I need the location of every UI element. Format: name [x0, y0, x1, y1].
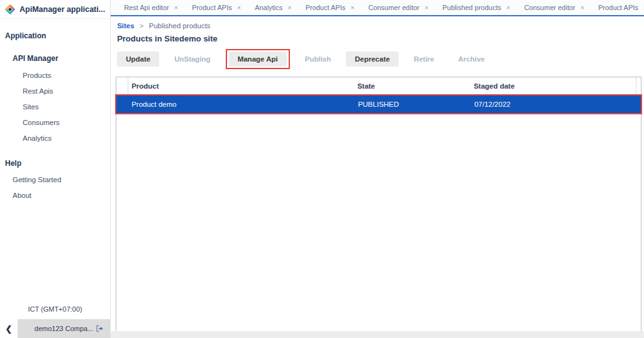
- column-header-state[interactable]: State: [357, 77, 474, 95]
- table-row-product-demo[interactable]: Product demo PUBLISHED 07/12/2022: [116, 95, 641, 113]
- sidebar-item-products[interactable]: Products: [0, 68, 110, 84]
- close-icon[interactable]: ×: [287, 4, 291, 11]
- selector-column-header: [116, 77, 128, 95]
- content-area: Sites > Published products Products in S…: [111, 16, 644, 337]
- breadcrumb-link-sites[interactable]: Sites: [117, 22, 135, 30]
- close-icon[interactable]: ×: [350, 4, 354, 11]
- retire-button[interactable]: Retire: [405, 52, 443, 67]
- sidebar-nav: Application API Manager Products Rest Ap…: [0, 19, 110, 305]
- app-header: ApiManager applicati...: [0, 0, 110, 19]
- logout-icon[interactable]: [95, 324, 104, 335]
- scrollbar-filler: [636, 77, 641, 95]
- publish-button[interactable]: Publish: [296, 52, 340, 67]
- archive-button[interactable]: Archive: [450, 52, 494, 67]
- sidebar: ApiManager applicati... Application API …: [0, 0, 111, 338]
- close-icon[interactable]: ×: [237, 4, 241, 11]
- page-title: Products in Sitedemo site: [117, 34, 644, 43]
- sidebar-item-about[interactable]: About: [0, 187, 110, 203]
- manage-api-button[interactable]: Manage Api: [229, 52, 287, 67]
- breadcrumb: Sites > Published products: [111, 16, 644, 30]
- sidebar-item-api-manager[interactable]: API Manager: [0, 49, 110, 68]
- sidebar-footer: ❮ demo123 Compa...: [0, 319, 110, 338]
- app-title: ApiManager applicati...: [19, 5, 105, 14]
- deprecate-button[interactable]: Deprecate: [346, 52, 399, 67]
- update-button[interactable]: Update: [117, 52, 159, 67]
- products-table: Product State Staged date Product demo P…: [116, 77, 641, 337]
- bottom-strip: [111, 331, 644, 338]
- tab-analytics[interactable]: Analytics ×: [248, 0, 298, 15]
- cell-product: Product demo: [128, 101, 358, 108]
- breadcrumb-current: Published products: [149, 22, 211, 30]
- tab-rest-api-editor[interactable]: Rest Api editor ×: [117, 0, 185, 15]
- unstaging-button[interactable]: UnStaging: [165, 52, 219, 67]
- table-header-row: Product State Staged date: [116, 77, 641, 95]
- cell-staged-date: 07/12/2022: [474, 101, 641, 108]
- tab-product-apis-1[interactable]: Product APIs ×: [185, 0, 248, 15]
- toolbar: Update UnStaging Manage Api Publish Depr…: [117, 50, 644, 68]
- nav-section-application: Application: [0, 28, 110, 44]
- close-icon[interactable]: ×: [174, 4, 178, 11]
- sidebar-collapse-button[interactable]: ❮: [0, 319, 18, 338]
- tab-product-apis-2[interactable]: Product APIs ×: [299, 0, 362, 15]
- app-logo-icon: [5, 4, 15, 14]
- close-icon[interactable]: ×: [425, 4, 428, 11]
- sidebar-item-consumers[interactable]: Consumers: [0, 115, 110, 131]
- column-header-product[interactable]: Product: [128, 77, 357, 95]
- account-bar[interactable]: demo123 Compa...: [18, 319, 110, 338]
- annotation-box-manage-api: Manage Api: [226, 49, 290, 69]
- tab-product-apis-3[interactable]: Product APIs ×: [591, 0, 644, 15]
- nav-section-help: Help: [0, 155, 110, 172]
- close-icon[interactable]: ×: [580, 4, 584, 11]
- column-header-staged-date[interactable]: Staged date: [474, 77, 636, 95]
- breadcrumb-separator: >: [140, 22, 144, 30]
- tab-consumer-editor-1[interactable]: Consumer editor ×: [362, 0, 436, 15]
- sidebar-item-rest-apis[interactable]: Rest Apis: [0, 84, 110, 99]
- main-area: Rest Api editor × Product APIs × Analyti…: [111, 0, 644, 338]
- sidebar-item-getting-started[interactable]: Getting Started: [0, 172, 110, 187]
- app-window: ApiManager applicati... Application API …: [0, 0, 644, 338]
- tab-published-products-1[interactable]: Published products ×: [435, 0, 517, 15]
- tab-bar: Rest Api editor × Product APIs × Analyti…: [111, 0, 644, 16]
- sidebar-item-analytics[interactable]: Analytics: [0, 131, 110, 146]
- tab-consumer-editor-2[interactable]: Consumer editor ×: [517, 0, 591, 15]
- account-label: demo123 Compa...: [35, 325, 94, 332]
- sidebar-item-sites[interactable]: Sites: [0, 99, 110, 115]
- close-icon[interactable]: ×: [506, 4, 510, 11]
- timezone-label: ICT (GMT+07:00): [0, 305, 110, 319]
- chevron-left-icon: ❮: [6, 324, 13, 334]
- cell-state: PUBLISHED: [358, 101, 474, 108]
